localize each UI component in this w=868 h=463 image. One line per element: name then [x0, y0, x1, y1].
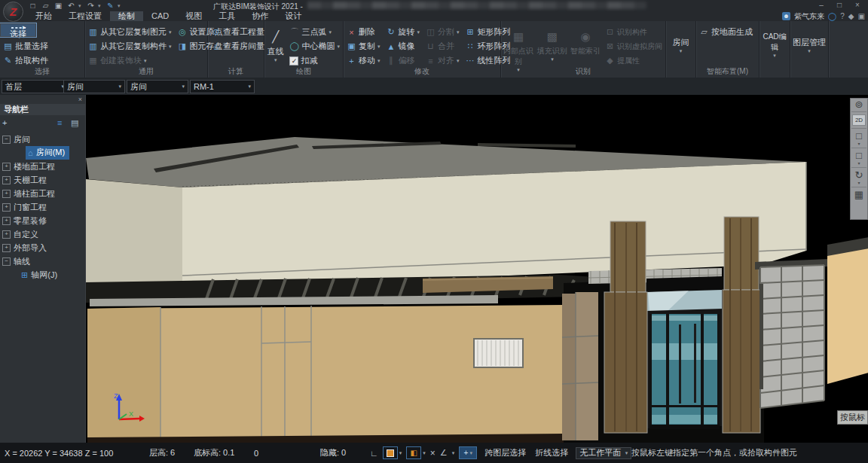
minimize-button[interactable]: – — [812, 0, 830, 10]
delete-button[interactable]: ×删除 — [344, 25, 384, 39]
group-room: 房间▾ — [666, 21, 696, 78]
expand-icon[interactable]: + — [2, 176, 11, 184]
select-icon: ▸ — [11, 27, 26, 29]
tab-collaborate[interactable]: 协作 — [243, 11, 277, 21]
list-view-icon[interactable]: ≡ — [57, 118, 62, 127]
tree-item-axis-grid[interactable]: ⊞轴网(J) — [0, 268, 85, 282]
tree-item-wall-column-works[interactable]: +墙柱面工程 — [0, 187, 85, 200]
batch-select-button[interactable]: ▤批量选择 — [0, 39, 51, 53]
tree-item-ceiling-works[interactable]: +天棚工程 — [0, 173, 85, 187]
undo-icon[interactable]: ↶ — [66, 2, 77, 10]
floor-selector[interactable]: 首层▾ — [2, 80, 68, 93]
tab-draw[interactable]: 绘制 — [110, 11, 143, 21]
view-box2-icon[interactable]: □ — [856, 150, 862, 161]
cancel-icon[interactable]: × — [430, 448, 436, 458]
view-quantity-button[interactable]: ⊙查看工程量 — [208, 25, 267, 39]
expand-icon[interactable]: + — [2, 163, 11, 171]
tree-item-room[interactable]: −房间 — [0, 133, 85, 146]
select-button[interactable]: ▸ 选择 — [0, 23, 36, 37]
maximize-button[interactable]: □ — [830, 0, 848, 10]
expand-icon[interactable]: + — [2, 203, 11, 212]
group-label-select: 选择 — [0, 66, 84, 77]
expand-icon[interactable]: + — [2, 217, 11, 225]
close-button[interactable]: × — [848, 0, 866, 10]
app-logo[interactable]: Z — [3, 2, 23, 22]
tree-item-door-window-works[interactable]: +门窗工程 — [0, 200, 85, 214]
tab-design[interactable]: 设计 — [277, 11, 310, 21]
open-file-icon[interactable]: ▱ — [40, 2, 51, 10]
save-icon[interactable]: ▣ — [53, 2, 64, 10]
collapse-icon[interactable]: − — [2, 257, 11, 266]
layer-manage-button[interactable]: 图层管理▾ — [790, 21, 828, 69]
tree-item-external-import[interactable]: +外部导入 — [0, 241, 85, 254]
center-ellipse-button[interactable]: ◯中心椭圆▾ — [286, 39, 343, 53]
copy-component-from-layer-button[interactable]: ▥从其它层复制构件▾ — [85, 39, 175, 53]
viewport-3d[interactable]: Z X ⊚ 2D □ ▾ □ ▾ ↻ ▾ ▦ 按鼠标 — [86, 95, 868, 443]
copy-from-layer-button[interactable]: ▥从其它层复制图元▾ — [85, 25, 175, 39]
panel-view-icon[interactable]: ▤ — [71, 118, 78, 128]
collapse-icon[interactable]: − — [2, 136, 11, 144]
customize-caret-icon[interactable]: ▾ — [118, 3, 123, 9]
tab-tools[interactable]: 工具 — [210, 11, 243, 21]
angle-icon[interactable]: ∠ — [440, 448, 448, 458]
corner-icon[interactable]: ∟ — [370, 449, 378, 458]
cad-edit-button[interactable]: CAD编辑▾ — [760, 21, 790, 69]
ucs-cube-button[interactable]: ◧ — [406, 446, 421, 459]
type-selector[interactable]: RM-1▾ — [190, 80, 255, 93]
view-box-icon[interactable]: □ — [856, 130, 862, 142]
refresh-caret-icon[interactable]: ▾ — [857, 181, 860, 185]
tab-view[interactable]: 视图 — [177, 11, 210, 21]
tab-start[interactable]: 开始 — [27, 11, 60, 21]
axis-x-label: X — [129, 410, 133, 418]
orbit-icon[interactable]: ⊚ — [855, 99, 863, 110]
refresh-view-icon[interactable]: ↻ — [855, 169, 863, 181]
work-plane-selector[interactable]: 无工作平面▾ — [576, 447, 631, 459]
undo-caret-icon[interactable]: ▾ — [78, 3, 84, 9]
category-selector[interactable]: 房间▾ — [63, 80, 125, 93]
building-model[interactable]: Z X — [86, 95, 868, 443]
view-box-caret-icon[interactable]: ▾ — [857, 142, 860, 146]
tree-item-axis[interactable]: −轴线 — [0, 254, 85, 268]
view-2d-button[interactable]: 2D — [852, 114, 866, 126]
tree-item-floor-works[interactable]: +楼地面工程 — [0, 160, 85, 173]
view-box2-caret-icon[interactable]: ▾ — [857, 161, 860, 166]
rotate-button[interactable]: ↻旋转▾ — [384, 25, 423, 39]
rect-array-icon: ⊞ — [466, 27, 475, 37]
new-file-icon[interactable]: □ — [27, 2, 38, 10]
expand-icon[interactable]: + — [2, 244, 11, 252]
room-button[interactable]: 房间▾ — [666, 21, 695, 69]
tree-item-custom[interactable]: +自定义 — [0, 227, 85, 241]
mirror-button[interactable]: ▲镜像 — [384, 39, 423, 53]
three-point-arc-button[interactable]: ⌒三点弧▾ — [286, 25, 343, 39]
tree-item-room-m[interactable]: ⌂房间(M) — [0, 146, 85, 160]
draw-mode-button[interactable]: +▾ — [459, 446, 477, 459]
pan-tool-icon[interactable]: + — [2, 118, 7, 127]
redo-caret-icon[interactable]: ▾ — [98, 3, 103, 9]
polyline-select-button[interactable]: 折线选择 — [530, 447, 573, 458]
expand-icon[interactable]: + — [2, 190, 11, 198]
copy-component-from-layer-icon: ▥ — [88, 41, 98, 51]
expand-icon[interactable]: + — [2, 230, 11, 239]
copy-button[interactable]: ▣复制▾ — [344, 39, 384, 53]
ucs-plane-button[interactable] — [383, 446, 398, 459]
floor-generate-button[interactable]: ▱按地面生成 — [696, 25, 756, 39]
tab-cad[interactable]: CAD — [143, 11, 177, 21]
view-room-quantity-button[interactable]: ⌂查看房间量 — [208, 39, 267, 53]
window-panel-icon[interactable]: ▣ — [858, 12, 865, 20]
help-icon[interactable]: ? — [840, 12, 845, 20]
user-avatar[interactable]: ☻ — [782, 12, 790, 20]
calculator-icon[interactable]: ▦ — [854, 189, 863, 200]
user-name[interactable]: 紫气东来 — [794, 11, 824, 22]
cross-layer-select-button[interactable]: 跨图层选择 — [480, 447, 530, 458]
tree-item-misc-decoration[interactable]: +零星装修 — [0, 214, 85, 227]
status-bar: X = 20262 Y = 34638 Z = 100 层高: 6 底标高: 0… — [0, 443, 868, 463]
redo-icon[interactable]: ↷ — [85, 2, 96, 10]
subcategory-selector[interactable]: 房间▾ — [127, 80, 188, 93]
wood-panel-left — [604, 221, 647, 433]
service-icon[interactable]: ◯ — [828, 12, 836, 20]
skin-icon[interactable]: ◆ — [848, 12, 854, 20]
brush-icon[interactable]: ✎ — [105, 2, 116, 10]
tab-project-settings[interactable]: 工程设置 — [60, 11, 110, 21]
panel-close-icon[interactable]: × — [78, 96, 82, 103]
line-button[interactable]: ╱ 直线 ▾ — [264, 25, 286, 68]
